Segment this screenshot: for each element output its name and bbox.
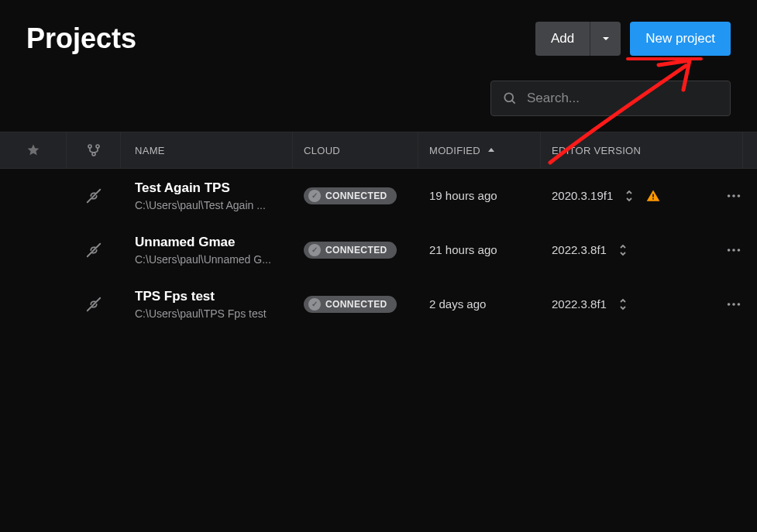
row-cloud-cell: ✓CONNECTED xyxy=(293,296,418,313)
project-name: TPS Fps test xyxy=(135,289,290,304)
column-header-cloud[interactable]: CLOUD xyxy=(293,132,418,168)
table-row[interactable]: Unnamed GmaeC:\Users\paul\Unnamed G...✓C… xyxy=(0,223,757,277)
column-header-link[interactable] xyxy=(67,132,121,168)
svg-point-0 xyxy=(504,93,513,101)
row-name-cell: Unnamed GmaeC:\Users\paul\Unnamed G... xyxy=(121,235,293,266)
table-row[interactable]: Test Again TPSC:\Users\paul\Test Again .… xyxy=(0,169,757,223)
row-modified-cell: 2 days ago xyxy=(418,297,541,311)
svg-point-8 xyxy=(728,194,731,197)
editor-version: 2022.3.8f1 xyxy=(552,243,607,256)
cloud-status-label: CONNECTED xyxy=(325,245,387,256)
project-name: Test Again TPS xyxy=(135,180,290,196)
check-icon: ✓ xyxy=(308,298,321,311)
row-version-cell: 2020.3.19f1 xyxy=(541,188,711,204)
row-link-cell xyxy=(67,187,121,204)
version-selector-icon[interactable] xyxy=(618,297,628,311)
project-path: C:\Users\paul\Test Again ... xyxy=(135,199,290,211)
caret-down-icon xyxy=(601,34,611,43)
column-header-star[interactable] xyxy=(0,132,67,168)
row-link-cell xyxy=(67,242,121,259)
page-title: Projects xyxy=(26,22,136,55)
svg-point-14 xyxy=(738,249,741,252)
modified-time: 21 hours ago xyxy=(429,243,497,256)
svg-point-18 xyxy=(738,303,741,306)
add-button-group: Add xyxy=(535,22,621,56)
row-name-cell: TPS Fps testC:\Users\paul\TPS Fps test xyxy=(121,289,293,320)
svg-line-15 xyxy=(88,297,101,311)
table-row[interactable]: TPS Fps testC:\Users\paul\TPS Fps test✓C… xyxy=(0,277,757,331)
kebab-icon xyxy=(725,242,742,259)
svg-line-11 xyxy=(88,243,101,256)
version-selector-icon[interactable] xyxy=(624,189,635,203)
row-cloud-cell: ✓CONNECTED xyxy=(293,242,418,259)
row-link-cell xyxy=(67,296,121,313)
unlinked-icon xyxy=(85,296,102,313)
cloud-status-label: CONNECTED xyxy=(325,299,387,310)
kebab-icon xyxy=(725,296,742,313)
star-icon xyxy=(26,143,40,157)
modified-time: 19 hours ago xyxy=(429,189,497,202)
svg-point-13 xyxy=(732,249,735,252)
svg-line-5 xyxy=(88,189,101,202)
svg-point-10 xyxy=(738,194,741,197)
new-project-button[interactable]: New project xyxy=(630,22,731,56)
cloud-connected-badge: ✓CONNECTED xyxy=(304,242,397,259)
svg-point-3 xyxy=(96,145,99,148)
svg-point-9 xyxy=(732,194,735,197)
svg-rect-7 xyxy=(652,197,654,199)
add-dropdown-button[interactable] xyxy=(590,22,621,56)
row-name-cell: Test Again TPSC:\Users\paul\Test Again .… xyxy=(121,180,293,211)
row-version-cell: 2022.3.8f1 xyxy=(541,297,711,311)
check-icon: ✓ xyxy=(308,190,321,202)
column-header-editor-version[interactable]: EDITOR VERSION xyxy=(541,132,743,168)
search-icon xyxy=(502,91,518,106)
cloud-status-label: CONNECTED xyxy=(325,190,387,201)
version-selector-icon[interactable] xyxy=(618,243,628,257)
project-path: C:\Users\paul\TPS Fps test xyxy=(135,307,290,320)
add-button[interactable]: Add xyxy=(535,22,590,56)
unlinked-icon xyxy=(85,242,102,259)
search-input[interactable] xyxy=(527,91,719,106)
row-modified-cell: 19 hours ago xyxy=(418,189,541,202)
cloud-connected-badge: ✓CONNECTED xyxy=(304,187,397,204)
row-menu-button[interactable] xyxy=(711,242,757,259)
row-version-cell: 2022.3.8f1 xyxy=(541,243,711,257)
project-name: Unnamed Gmae xyxy=(135,235,290,250)
modified-time: 2 days ago xyxy=(429,297,486,311)
kebab-icon xyxy=(725,187,742,204)
cloud-connected-badge: ✓CONNECTED xyxy=(304,296,397,313)
editor-version: 2022.3.8f1 xyxy=(552,297,607,311)
unlinked-icon xyxy=(85,187,102,204)
version-control-icon xyxy=(86,142,102,158)
svg-line-1 xyxy=(512,101,515,104)
svg-point-17 xyxy=(732,303,735,306)
svg-point-2 xyxy=(88,145,91,148)
project-path: C:\Users\paul\Unnamed G... xyxy=(135,253,290,266)
check-icon: ✓ xyxy=(308,244,321,256)
column-header-name[interactable]: NAME xyxy=(121,132,293,168)
svg-point-12 xyxy=(728,249,731,252)
row-menu-button[interactable] xyxy=(711,187,757,204)
row-cloud-cell: ✓CONNECTED xyxy=(293,187,418,204)
svg-point-16 xyxy=(728,303,731,306)
row-menu-button[interactable] xyxy=(711,296,757,313)
column-header-modified-label: MODIFIED xyxy=(429,145,480,156)
sort-asc-icon xyxy=(487,146,496,155)
search-box[interactable] xyxy=(490,81,731,116)
warning-icon[interactable] xyxy=(645,188,661,204)
column-header-modified[interactable]: MODIFIED xyxy=(418,132,541,168)
svg-rect-6 xyxy=(652,194,654,197)
table-header: NAME CLOUD MODIFIED EDITOR VERSION xyxy=(0,132,757,169)
editor-version: 2020.3.19f1 xyxy=(552,189,613,202)
row-modified-cell: 21 hours ago xyxy=(418,243,541,256)
